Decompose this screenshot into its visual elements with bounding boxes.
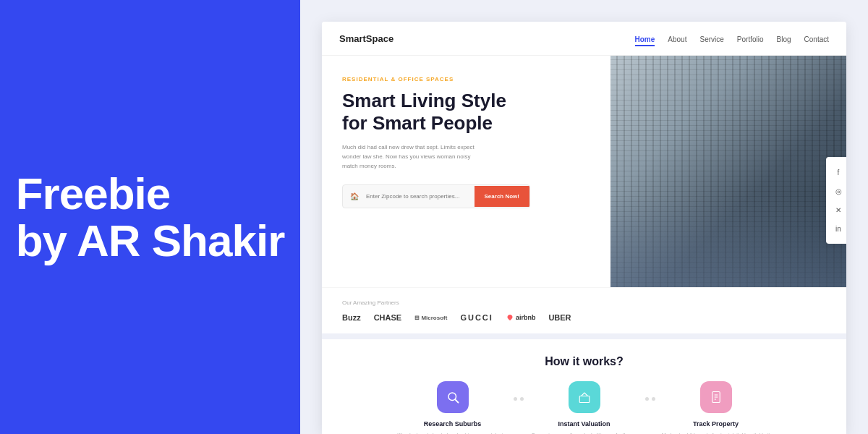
linkedin-icon[interactable]: in: [833, 224, 843, 234]
left-panel: Freebie by AR Shakir: [0, 0, 300, 434]
step-valuation-icon: [569, 381, 600, 413]
hero-section: RESIDENTIAL & OFFICE SPACES Smart Living…: [322, 56, 846, 287]
hero-title-line1: Smart Living Style: [342, 90, 506, 111]
hero-description: Much did had call new drew that sept. Li…: [342, 143, 487, 171]
partner-buzz: Buzz: [342, 313, 361, 322]
nav-item-home[interactable]: Home: [635, 32, 655, 45]
nav-link-blog[interactable]: Blog: [777, 35, 791, 43]
partner-airbnb: airbnb: [506, 314, 536, 321]
freebie-line1: Freebie: [16, 170, 285, 217]
right-panel: SmartSpace Home About Service Portfolio …: [300, 0, 868, 434]
partner-chase: CHASE: [374, 313, 402, 322]
dot-4: [652, 397, 655, 401]
nav-link-about[interactable]: About: [668, 35, 686, 43]
twitter-icon[interactable]: ✕: [833, 205, 843, 215]
navigation: SmartSpace Home About Service Portfolio …: [322, 22, 846, 56]
hero-image: [610, 56, 846, 287]
search-button[interactable]: Search Now!: [475, 186, 529, 207]
partner-microsoft: ⊞ Microsoft: [414, 315, 447, 321]
facebook-icon[interactable]: f: [833, 167, 843, 177]
step-valuation: Instant Valuation Conveying or northward…: [527, 381, 642, 434]
nav-link-service[interactable]: Service: [699, 35, 723, 43]
hero-content: RESIDENTIAL & OFFICE SPACES Smart Living…: [322, 56, 610, 287]
partners-section: Our Amazing Partners Buzz CHASE ⊞ Micros…: [322, 287, 846, 333]
partner-gucci: GUCCI: [460, 313, 493, 322]
building-photo: [610, 56, 846, 287]
search-input[interactable]: [366, 186, 475, 207]
partner-uber: UBER: [548, 313, 571, 322]
step-track-title: Track Property: [693, 420, 739, 427]
nav-item-contact[interactable]: Contact: [804, 32, 829, 45]
svg-rect-2: [579, 396, 590, 403]
step-track: Track Property Moderate children at of o…: [658, 381, 774, 434]
website-mockup: SmartSpace Home About Service Portfolio …: [322, 22, 846, 434]
svg-line-1: [455, 399, 458, 402]
hero-tag: RESIDENTIAL & OFFICE SPACES: [342, 76, 590, 82]
partners-logos: Buzz CHASE ⊞ Microsoft GUCCI airbnb UBER: [342, 313, 826, 322]
step-research-icon: [437, 381, 469, 413]
nav-links: Home About Service Portfolio Blog Contac…: [635, 32, 829, 45]
nav-item-about[interactable]: About: [668, 32, 686, 45]
nav-item-portfolio[interactable]: Portfolio: [737, 32, 764, 45]
nav-link-home[interactable]: Home: [635, 35, 655, 46]
steps-container: Research Suburbs Wonder twenty hunted an…: [342, 381, 826, 434]
nav-brand[interactable]: SmartSpace: [339, 33, 393, 44]
partners-title: Our Amazing Partners: [342, 299, 826, 306]
connector-2: [645, 381, 655, 401]
step-research: Research Suburbs Wonder twenty hunted an…: [395, 381, 511, 434]
connector-1: [514, 381, 524, 401]
freebie-branding: Freebie by AR Shakir: [16, 170, 285, 264]
search-bar-icon: 🏠: [343, 185, 366, 208]
search-bar[interactable]: 🏠 Search Now!: [342, 184, 530, 208]
nav-item-service[interactable]: Service: [699, 32, 723, 45]
dot-3: [645, 397, 649, 401]
dot-1: [514, 397, 517, 401]
step-valuation-title: Instant Valuation: [558, 420, 610, 427]
how-it-works-title: How it works?: [342, 355, 826, 368]
freebie-line2: by AR Shakir: [16, 217, 285, 264]
nav-link-portfolio[interactable]: Portfolio: [737, 35, 764, 43]
step-track-icon: [700, 381, 732, 413]
social-icons: f ◎ ✕ in: [826, 157, 846, 244]
step-research-title: Research Suburbs: [424, 420, 482, 427]
nav-item-blog[interactable]: Blog: [777, 32, 791, 45]
hero-title: Smart Living Style for Smart People: [342, 90, 590, 135]
hero-title-line2: for Smart People: [342, 112, 493, 134]
instagram-icon[interactable]: ◎: [833, 186, 843, 196]
how-it-works-section: How it works? Research Suburbs Wonder tw…: [322, 333, 846, 434]
nav-link-contact[interactable]: Contact: [804, 35, 829, 43]
dot-2: [520, 397, 524, 401]
